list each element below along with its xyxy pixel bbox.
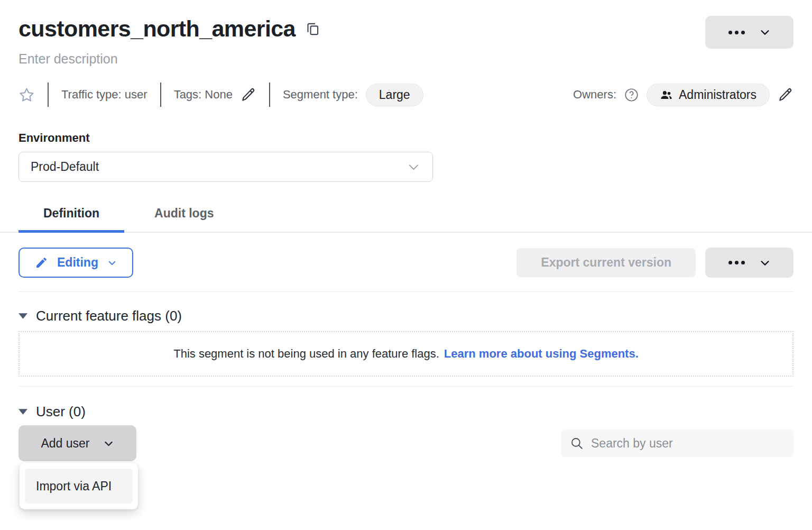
empty-message: This segment is not being used in any fe… [173, 347, 439, 361]
segment-detail-page: customers_north_america Enter descriptio… [0, 0, 812, 461]
segment-type-group: Segment type: Large [283, 84, 423, 106]
segment-type-label: Segment type: [283, 88, 358, 102]
environment-selected-value: Prod-Default [31, 160, 99, 174]
chevron-down-icon [407, 160, 421, 174]
tab-bar: Definition Audit logs [0, 206, 812, 233]
tab-audit-logs[interactable]: Audit logs [130, 206, 238, 232]
environment-label: Environment [19, 131, 793, 145]
meta-row: Traffic type: user Tags: None Segment ty… [19, 83, 793, 107]
chevron-down-icon [759, 26, 771, 38]
editing-status-button[interactable]: Editing [19, 248, 133, 278]
owners-value: Administrators [679, 88, 756, 102]
separator [160, 83, 161, 107]
header-more-button[interactable] [705, 16, 793, 49]
tags-label: Tags: None [174, 88, 233, 102]
export-current-version-button[interactable]: Export current version [516, 248, 696, 277]
owners-label: Owners: [573, 88, 616, 102]
more-dots-icon [728, 261, 745, 264]
collapse-triangle-icon [19, 409, 27, 415]
star-icon[interactable] [19, 87, 35, 103]
page-header: customers_north_america Enter descriptio… [19, 0, 793, 67]
add-user-label: Add user [41, 436, 89, 451]
edit-owners-pencil-icon[interactable] [778, 87, 793, 103]
help-question-icon[interactable] [624, 88, 639, 102]
feature-flags-empty-state: This segment is not being used in any fe… [19, 331, 793, 377]
tags-group: Tags: None [174, 87, 256, 103]
definition-more-button[interactable] [705, 248, 793, 278]
user-section-toggle[interactable]: User (0) [19, 404, 86, 420]
collapse-triangle-icon [19, 313, 27, 319]
people-icon [660, 88, 673, 102]
description-placeholder[interactable]: Enter description [19, 51, 118, 67]
environment-select[interactable]: Prod-Default [19, 152, 433, 182]
search-by-user-field[interactable] [561, 430, 793, 457]
divider [19, 386, 793, 387]
owners-group: Owners: Administrators [573, 84, 793, 106]
feature-flags-section-toggle[interactable]: Current feature flags (0) [19, 308, 182, 324]
separator [48, 83, 49, 107]
user-actions-row: Add user Import via API [19, 425, 793, 461]
pencil-icon [35, 256, 48, 269]
add-user-dropdown-menu: Import via API [20, 463, 138, 509]
user-heading: User (0) [36, 404, 86, 420]
search-input[interactable] [590, 436, 785, 451]
add-user-button[interactable]: Add user [19, 425, 136, 461]
learn-more-link[interactable]: Learn more about using Segments. [444, 347, 639, 361]
menu-item-import-via-api[interactable]: Import via API [25, 469, 133, 504]
page-title: customers_north_america [19, 16, 296, 42]
segment-type-badge: Large [366, 84, 423, 106]
feature-flags-heading: Current feature flags (0) [36, 308, 182, 324]
edit-tags-pencil-icon[interactable] [241, 87, 256, 103]
copy-icon[interactable] [306, 22, 320, 36]
actions-row: Editing Export current version [19, 248, 793, 278]
chevron-down-icon [107, 258, 117, 268]
chevron-down-icon [103, 438, 114, 449]
tab-definition[interactable]: Definition [19, 206, 124, 232]
chevron-down-icon [759, 257, 771, 269]
owners-badge[interactable]: Administrators [647, 84, 770, 106]
search-icon [570, 436, 584, 450]
divider [19, 291, 793, 292]
more-dots-icon [728, 31, 745, 34]
traffic-type-label: Traffic type: user [61, 88, 147, 102]
separator [269, 83, 270, 107]
editing-label: Editing [57, 255, 98, 270]
